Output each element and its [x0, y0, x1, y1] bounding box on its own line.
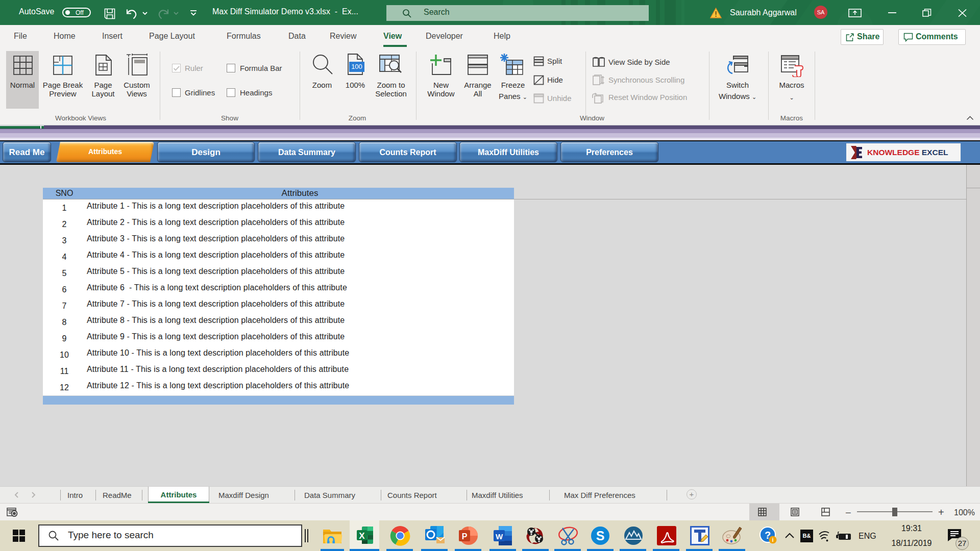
- svg-text:S: S: [596, 529, 605, 543]
- svg-text:W: W: [496, 532, 503, 541]
- svg-text:i: i: [772, 537, 773, 543]
- svg-text:P: P: [462, 532, 468, 541]
- svg-text:X: X: [359, 531, 365, 541]
